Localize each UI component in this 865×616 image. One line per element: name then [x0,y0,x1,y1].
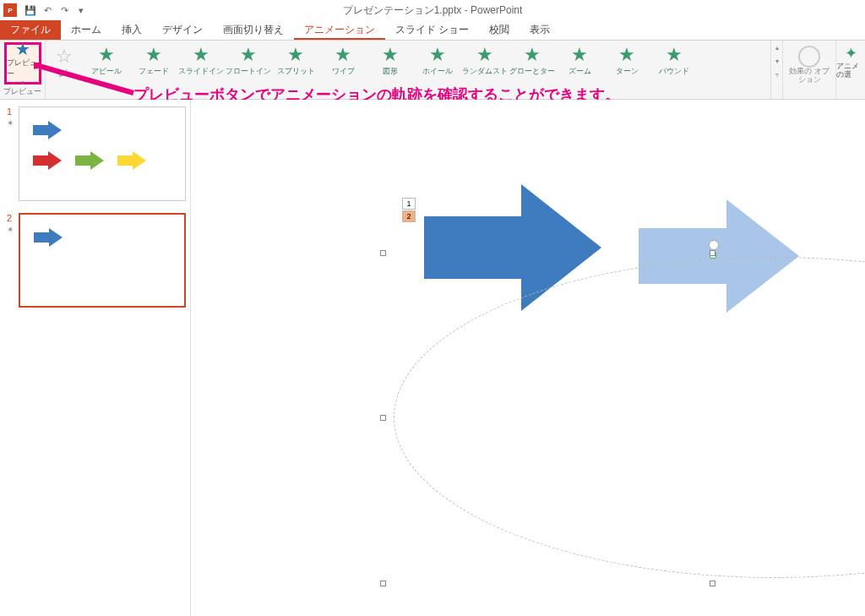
star-plus-icon: ✦ [845,44,857,63]
animation-gallery-item-label: アピール [91,66,122,77]
animation-tag-1[interactable]: 1 [402,198,416,210]
animation-gallery-item-label: スプリット [277,66,315,77]
tab-home[interactable]: ホーム [61,20,112,40]
slide-thumbnail-panel: 1 ✶ 2 ✶ [0,100,191,616]
effect-options-button[interactable]: 効果の オプション [786,42,832,84]
arrow-shape-icon [117,151,146,170]
ribbon-group-preview-label: プレビュー [3,86,41,99]
slide-thumbnail-1[interactable]: 1 ✶ [8,106,182,201]
star-play-icon: ★ [15,41,30,57]
ribbon-group-preview: ★ プレビュー ▾ プレビュー [0,41,46,99]
star-icon: ★ [98,44,115,66]
animation-gallery-item-label: ズーム [569,66,591,77]
star-icon: ★ [287,44,304,66]
selection-handle[interactable] [380,415,386,421]
animation-none-label: なし [57,68,72,79]
animation-gallery-item[interactable]: ★フロートイン [225,44,272,77]
selection-handle[interactable] [380,250,386,256]
preview-button[interactable]: ★ プレビュー ▾ [4,42,41,84]
star-icon: ★ [193,44,209,66]
animation-gallery-item[interactable]: ★ターン [603,44,650,77]
animation-indicator-icon: ✶ [7,118,14,128]
slide-edit-area[interactable]: 1 2 [191,100,865,616]
effect-options-icon [798,46,820,68]
redo-button[interactable]: ↷ [56,2,73,19]
arrow-shape-icon [75,151,104,170]
tab-transitions[interactable]: 画面切り替え [213,20,294,40]
arrow-shape-icon [34,228,63,247]
star-icon: ★ [666,44,683,66]
qat-customize-button[interactable]: ▾ [73,2,90,19]
arrow-shape-icon [33,121,62,139]
tab-view[interactable]: 表示 [520,20,560,40]
effect-options-label: 効果の オプション [786,68,832,84]
animation-selection-button[interactable]: ✦ アニメ の選 [836,41,865,99]
quick-access-toolbar: P 💾 ↶ ↷ ▾ プレゼンテーション1.pptx - PowerPoint [0,0,865,20]
animation-gallery-item[interactable]: ★バウンド [650,44,698,77]
slide-number: 2 [7,213,12,223]
slide-number: 1 [7,106,12,117]
animation-gallery-item[interactable]: ★図形 [367,44,414,77]
tab-review[interactable]: 校閲 [479,20,520,40]
tab-design[interactable]: デザイン [152,20,213,40]
star-icon: ★ [382,44,399,66]
tab-animations[interactable]: アニメーション [294,20,385,40]
animation-gallery-item[interactable]: ★ホイール [414,44,461,77]
animation-gallery-item-label: フロートイン [226,66,271,77]
animation-gallery-item-label: 図形 [383,66,398,77]
star-icon: ★ [476,44,493,66]
star-icon: ★ [618,44,635,66]
animation-selection-label: アニメ の選 [836,63,865,79]
animation-tag-2[interactable]: 2 [402,210,416,222]
gallery-scroll-down[interactable]: ▾ [771,54,782,68]
animation-gallery-item-label: ターン [616,66,639,77]
save-button[interactable]: 💾 [22,2,39,19]
animation-gallery-item[interactable]: ★ワイプ [319,44,367,77]
selection-handle[interactable] [380,581,386,586]
animation-gallery-item-label: ワイプ [332,66,355,77]
preview-button-label: プレビュー [7,57,39,79]
gallery-more-button[interactable]: ▿ [771,68,782,81]
animation-gallery-item-label: ホイール [422,66,453,77]
slide-thumbnail-2[interactable]: 2 ✶ [8,213,182,308]
star-icon: ★ [571,44,588,66]
animation-gallery-item[interactable]: ★ズーム [556,44,603,77]
animation-none-button[interactable]: ☆ なし [46,41,83,99]
powerpoint-app-icon: P [3,3,17,17]
animation-gallery-item[interactable]: ★スプリット [272,44,319,77]
animation-gallery-item-label: スライドイン [178,66,224,77]
slide-thumbnail-canvas [19,106,186,201]
tab-insert[interactable]: 挿入 [112,20,152,40]
gallery-scroll-up[interactable]: ▴ [771,41,782,54]
animation-gallery-item-label: フェード [139,66,169,77]
animation-gallery-item[interactable]: ★アピール [83,44,130,77]
animation-gallery-item[interactable]: ★グローとターン [509,44,556,77]
animation-gallery-item[interactable]: ★スライドイン [177,44,225,77]
star-icon: ★ [429,44,446,66]
selection-handle[interactable] [710,250,715,256]
animation-gallery-item[interactable]: ★ランダムスト… [461,44,509,77]
ribbon-tabs: ファイル ホーム 挿入 デザイン 画面切り替え アニメーション スライド ショー… [0,20,865,41]
ribbon-group-effect-options: 効果の オプション [782,41,836,99]
star-icon: ★ [524,44,541,66]
animation-order-tags: 1 2 [402,198,416,222]
tab-slideshow[interactable]: スライド ショー [385,20,479,40]
animation-gallery-item[interactable]: ★フェード [130,44,177,77]
animation-gallery-item-label: グローとターン [509,66,555,77]
star-icon: ★ [335,44,351,66]
tab-file[interactable]: ファイル [0,20,61,40]
rotate-handle-icon[interactable] [709,240,719,250]
arrow-shape-icon [33,151,62,170]
animation-indicator-icon: ✶ [7,225,14,234]
window-title: プレゼンテーション1.pptx - PowerPoint [343,3,523,18]
star-outline-icon: ☆ [56,46,73,68]
animation-gallery-item-label: バウンド [659,66,689,77]
undo-button[interactable]: ↶ [39,2,56,19]
star-icon: ★ [145,44,162,66]
main-area: 1 ✶ 2 ✶ 1 2 [0,100,865,616]
star-icon: ★ [240,44,257,66]
chevron-down-icon: ▾ [21,79,24,86]
gallery-scroll: ▴ ▾ ▿ [770,41,782,99]
selection-handle[interactable] [710,581,715,586]
animation-gallery-item-label: ランダムスト… [462,66,508,77]
